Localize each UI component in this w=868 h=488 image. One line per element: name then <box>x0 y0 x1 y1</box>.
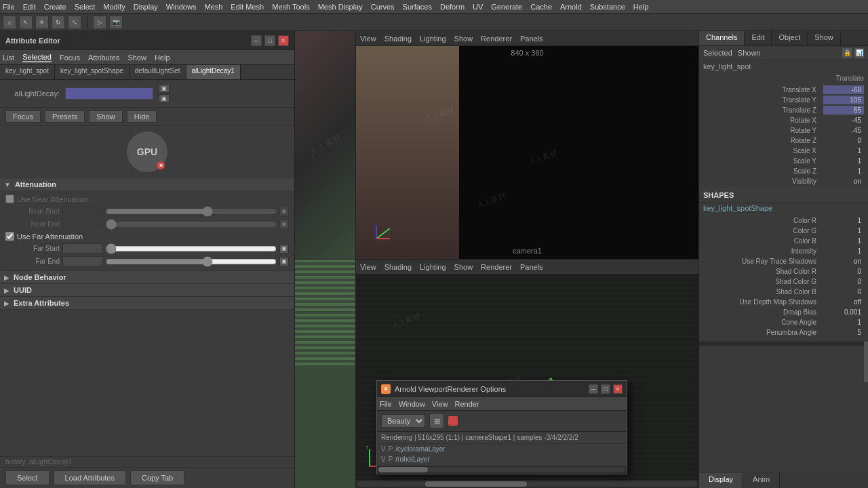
dmap-bias-value[interactable]: 0.001 <box>823 308 864 317</box>
layer-2-p[interactable]: P <box>389 455 393 463</box>
cam-view-menu[interactable]: View <box>360 35 376 43</box>
map-btn-1[interactable]: ▣ <box>159 84 170 93</box>
right-scrollbar-thumb[interactable] <box>864 342 868 382</box>
ray-trace-value[interactable]: on <box>823 257 864 266</box>
menu-edit[interactable]: Edit <box>23 3 36 11</box>
rotate-y-value[interactable]: -45 <box>823 126 864 135</box>
menu-uv[interactable]: UV <box>473 3 483 11</box>
menu-help[interactable]: Help <box>633 3 649 11</box>
stop-render-btn[interactable] <box>448 416 458 426</box>
attr-menu-attributes[interactable]: Attributes <box>88 54 119 62</box>
close-button[interactable]: ✕ <box>278 35 289 46</box>
use-depth-map-value[interactable]: off <box>823 298 864 306</box>
far-end-slider[interactable] <box>106 258 277 266</box>
select-button[interactable]: Select <box>5 470 50 485</box>
scale-btn[interactable]: ⤡ <box>68 16 81 29</box>
attr-menu-help[interactable]: Help <box>155 54 170 62</box>
object-tab[interactable]: Object <box>772 31 808 45</box>
hide-button[interactable]: Hide <box>127 110 157 123</box>
rotate-btn[interactable]: ↻ <box>52 16 65 29</box>
menu-curves[interactable]: Curves <box>371 3 395 11</box>
ai-light-input[interactable]: aiLightDecay1 <box>65 87 153 100</box>
shad-color-b-value[interactable]: 0 <box>823 287 864 296</box>
menu-arnold[interactable]: Arnold <box>560 3 582 11</box>
side-view-menu[interactable]: View <box>360 263 376 271</box>
cam-shading-menu[interactable]: Shading <box>384 35 412 43</box>
tab-default-light-set[interactable]: defaultLightSet <box>130 65 186 79</box>
maximize-button[interactable]: □ <box>264 35 275 46</box>
side-renderer-menu[interactable]: Renderer <box>481 263 512 271</box>
menu-generate[interactable]: Generate <box>491 3 522 11</box>
menu-file[interactable]: File <box>3 3 15 11</box>
node-behavior-header[interactable]: ▶ Node Behavior <box>0 271 294 283</box>
edit-tab[interactable]: Edit <box>745 31 772 45</box>
right-panel-scrollbar[interactable] <box>699 342 868 346</box>
grid-btn[interactable]: ⊞ <box>429 413 444 428</box>
color-r-value[interactable]: 1 <box>823 216 864 225</box>
dialog-restore-btn[interactable]: □ <box>601 384 610 394</box>
near-end-end-btn[interactable]: ▣ <box>279 220 289 229</box>
near-start-value[interactable]: 6.000 <box>62 206 103 216</box>
show-button[interactable]: Show <box>89 110 123 123</box>
color-b-value[interactable]: 1 <box>823 237 864 245</box>
color-g-value[interactable]: 1 <box>823 226 864 235</box>
layer-1-v[interactable]: V <box>381 445 386 453</box>
attr-menu-list[interactable]: List <box>3 54 14 62</box>
tab-ai-light-decay[interactable]: aiLightDecay1 <box>186 65 241 79</box>
menu-substance[interactable]: Substance <box>590 3 625 11</box>
menu-deform[interactable]: Deform <box>440 3 465 11</box>
attenuation-header[interactable]: ▼ Attenuation <box>0 178 294 190</box>
far-end-value[interactable]: 120.482 <box>62 256 103 266</box>
select-btn[interactable]: ↖ <box>19 16 33 29</box>
attr-menu-focus[interactable]: Focus <box>60 54 80 62</box>
menu-editmesh[interactable]: Edit Mesh <box>231 3 264 11</box>
cam-btn[interactable]: 📷 <box>109 16 123 29</box>
dialog-render-menu[interactable]: Render <box>455 400 479 408</box>
cone-angle-value[interactable]: 1 <box>823 318 864 327</box>
attr-scroll-area[interactable]: ▼ Attenuation Use Near Attenuation Near … <box>0 178 294 456</box>
move-btn[interactable]: ✛ <box>35 16 49 29</box>
cam-renderer-menu[interactable]: Renderer <box>481 35 512 43</box>
right-scroll-area[interactable]: Translate Translate X -60 Translate Y 10… <box>699 73 868 472</box>
attr-menu-selected[interactable]: Selected <box>22 53 52 62</box>
cam-show-menu[interactable]: Show <box>454 35 473 43</box>
side-shading-menu[interactable]: Shading <box>384 263 412 271</box>
copy-tab-button[interactable]: Copy Tab <box>130 470 184 485</box>
near-attenuation-checkbox[interactable] <box>5 195 14 203</box>
tab-key-light-spot[interactable]: key_light_spot <box>0 65 55 79</box>
menu-cache[interactable]: Cache <box>530 3 552 11</box>
bottom-scrollbar[interactable] <box>356 480 698 488</box>
camera-canvas[interactable]: 840 x 360 camera1 人人素材 人人素材 人人素材 <box>356 46 698 259</box>
shad-color-g-value[interactable]: 0 <box>823 277 864 286</box>
display-tab[interactable]: Display <box>699 473 743 488</box>
map-btn-2[interactable]: ▣ <box>159 94 170 103</box>
far-attenuation-checkbox[interactable] <box>5 232 14 241</box>
near-end-slider[interactable] <box>106 220 277 228</box>
dialog-close-btn[interactable]: ✕ <box>613 384 623 394</box>
attr-menu-show[interactable]: Show <box>127 54 146 62</box>
cam-panels-menu[interactable]: Panels <box>520 35 543 43</box>
far-start-slider[interactable] <box>106 245 277 253</box>
scale-z-value[interactable]: 1 <box>823 167 864 176</box>
uuid-header[interactable]: ▶ UUID <box>0 284 294 296</box>
presets-button[interactable]: Presets <box>45 110 85 123</box>
menu-create[interactable]: Create <box>44 3 66 11</box>
menu-mesh[interactable]: Mesh <box>204 3 222 11</box>
menu-meshtools[interactable]: Mesh Tools <box>272 3 309 11</box>
dialog-scrollbar[interactable] <box>377 466 627 474</box>
translate-z-value[interactable]: 65 <box>823 106 864 115</box>
rotate-x-value[interactable]: -45 <box>823 116 864 125</box>
dialog-window-menu[interactable]: Window <box>399 400 425 408</box>
intensity-value[interactable]: 1 <box>823 247 864 256</box>
visibility-value[interactable]: on <box>823 177 864 186</box>
home-btn[interactable]: ⌂ <box>3 16 16 29</box>
side-lighting-menu[interactable]: Lighting <box>420 263 446 271</box>
graph-icon[interactable]: 📊 <box>854 48 864 58</box>
layer-2-v[interactable]: V <box>381 455 386 463</box>
viewport-thumbnail[interactable]: 人人素材 <box>295 31 356 259</box>
scale-x-value[interactable]: 1 <box>823 146 864 155</box>
menu-select[interactable]: Select <box>75 3 96 11</box>
anim-tab[interactable]: Anim <box>743 473 780 488</box>
layer-1-p[interactable]: P <box>389 445 393 453</box>
menu-display[interactable]: Display <box>134 3 158 11</box>
